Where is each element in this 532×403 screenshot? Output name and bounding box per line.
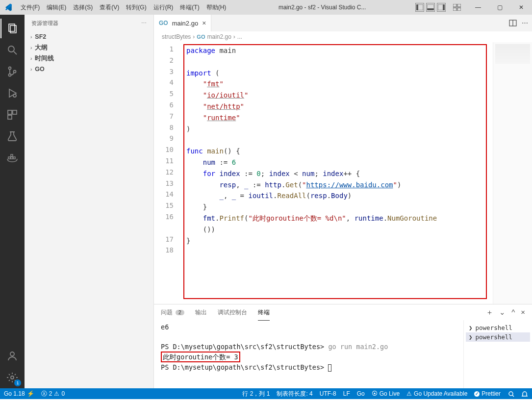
more-icon[interactable]: ⋯ [522, 19, 528, 27]
status-prettier[interactable]: ✓Prettier [474, 390, 501, 397]
run-debug-icon[interactable] [0, 82, 24, 104]
status-bar: Go 1.18 ⚡ ⓧ2 ⚠0 行 2，列 1 制表符长度: 4 UTF-8 L… [0, 388, 532, 399]
account-icon[interactable] [0, 345, 24, 367]
terminal-item[interactable]: ❯powershell [466, 323, 530, 332]
terminal[interactable]: e6 PS D:\mysetup\gopath\src\sf2\structBy… [154, 320, 463, 388]
settings-icon[interactable]: 1 [0, 367, 24, 388]
panel-tabs: 问题2 输出 调试控制台 终端 ＋ ⌄ ^ × [154, 304, 532, 320]
menu-help[interactable]: 帮助(H) [203, 2, 229, 13]
svg-point-14 [9, 67, 11, 70]
menu-run[interactable]: 运行(R) [151, 2, 177, 13]
status-bell-icon[interactable] [521, 390, 528, 397]
svg-rect-24 [13, 157, 15, 159]
docker-icon[interactable] [0, 147, 24, 169]
menu-select[interactable]: 选择(S) [70, 2, 96, 13]
section-label: GO [35, 66, 44, 73]
svg-marker-17 [9, 89, 16, 97]
status-tab-size[interactable]: 制表符长度: 4 [277, 390, 312, 398]
status-encoding[interactable]: UTF-8 [320, 390, 336, 397]
tab-terminal[interactable]: 终端 [258, 308, 270, 317]
tab-debug-console[interactable]: 调试控制台 [218, 308, 247, 317]
svg-point-12 [8, 46, 14, 52]
warn-icon: ⚠ [406, 390, 412, 397]
test-icon[interactable] [0, 126, 24, 147]
svg-point-15 [9, 74, 11, 76]
svg-line-31 [512, 395, 514, 397]
breadcrumb-item[interactable]: structBytes [162, 33, 191, 40]
breadcrumb-item[interactable]: main2.go [207, 33, 231, 40]
sidebar-section-sf2[interactable]: ›SF2 [25, 31, 153, 42]
layout-right-icon[interactable] [437, 3, 446, 12]
breadcrumb-item[interactable]: ... [237, 33, 242, 40]
tab-main2go[interactable]: GO main2.go × [154, 15, 211, 31]
layout-left-icon[interactable] [415, 3, 424, 12]
maximize-button[interactable]: ▢ [489, 0, 510, 15]
shell-icon: ❯ [469, 333, 473, 341]
window-title: main2.go - sf2 - Visual Studio C... [229, 4, 415, 11]
activity-bar: 1 [0, 15, 25, 388]
shell-icon: ❯ [469, 324, 473, 331]
svg-rect-5 [443, 4, 445, 10]
status-language[interactable]: Go [357, 390, 365, 397]
minimize-button[interactable]: ― [467, 0, 489, 15]
sep [448, 3, 451, 12]
error-icon: ⓧ [41, 390, 47, 398]
menu-file[interactable]: 文件(F) [18, 2, 43, 13]
status-errors[interactable]: ⓧ2 ⚠0 [41, 390, 65, 398]
go-file-icon: GO [197, 34, 205, 40]
code-content[interactable]: package main import ( "fmt" "io/ioutil" … [186, 45, 493, 257]
minimap[interactable] [493, 42, 532, 304]
close-button[interactable]: ✕ [510, 0, 532, 15]
source-control-icon[interactable] [0, 61, 24, 82]
cursor-icon [328, 364, 331, 372]
svg-rect-20 [13, 110, 17, 114]
sidebar-section-go[interactable]: ›GO [25, 64, 153, 75]
editor-area: GO main2.go × ⋯ structBytes › GO main2.g… [154, 15, 532, 388]
maximize-panel-icon[interactable]: ^ [511, 308, 515, 317]
status-go-update[interactable]: ⚠Go Update Available [406, 390, 467, 397]
tab-output[interactable]: 输出 [195, 308, 207, 317]
status-cursor-pos[interactable]: 行 2，列 1 [242, 390, 270, 398]
breadcrumb[interactable]: structBytes › GO main2.go › ... [154, 31, 532, 42]
tab-problems[interactable]: 问题2 [161, 308, 184, 317]
new-terminal-icon[interactable]: ＋ [486, 308, 493, 317]
sidebar-section-outline[interactable]: ›大纲 [25, 42, 153, 53]
menu-view[interactable]: 查看(V) [97, 2, 122, 13]
line-gutter: 12345678910111213141516 1718 [154, 42, 180, 257]
chevron-right-icon: › [30, 34, 32, 40]
menu-goto[interactable]: 转到(G) [123, 2, 149, 13]
extensions-icon[interactable] [0, 104, 24, 126]
status-eol[interactable]: LF [343, 390, 350, 397]
menu-terminal[interactable]: 终端(T) [177, 2, 202, 13]
status-go-live[interactable]: ⦿Go Live [372, 390, 400, 397]
close-panel-icon[interactable]: × [521, 308, 525, 317]
tab-label: main2.go [172, 20, 198, 27]
sidebar-section-timeline[interactable]: ›时间线 [25, 53, 153, 64]
chevron-right-icon: › [30, 67, 32, 72]
chevron-right-icon: › [193, 33, 195, 40]
status-feedback-icon[interactable] [507, 390, 514, 397]
layout-grid-icon[interactable] [453, 3, 461, 12]
explorer-icon[interactable] [0, 18, 24, 39]
status-go-version[interactable]: Go 1.18 ⚡ [4, 390, 34, 397]
svg-point-27 [11, 376, 14, 379]
close-icon[interactable]: × [202, 19, 206, 27]
prettier-icon: ✓ [474, 391, 480, 397]
more-icon[interactable]: ⋯ [141, 20, 147, 26]
section-label: SF2 [35, 33, 46, 40]
chevron-right-icon: › [30, 45, 32, 50]
chevron-right-icon: › [30, 56, 32, 61]
split-editor-icon[interactable] [509, 19, 517, 27]
svg-rect-3 [427, 8, 434, 10]
layout-bottom-icon[interactable] [426, 3, 435, 12]
code-editor[interactable]: 12345678910111213141516 1718 package mai… [154, 42, 493, 304]
dropdown-icon[interactable]: ⌄ [499, 308, 506, 317]
svg-rect-22 [8, 157, 10, 159]
panel: 问题2 输出 调试控制台 终端 ＋ ⌄ ^ × e6 PS D:\mysetup… [154, 304, 532, 388]
terminal-item[interactable]: ❯powershell [466, 332, 530, 342]
search-icon[interactable] [0, 39, 24, 61]
menu-edit[interactable]: 编辑(E) [44, 2, 69, 13]
warn-icon: ⚠ [54, 390, 59, 397]
editor-tabs: GO main2.go × ⋯ [154, 15, 532, 31]
highlighted-output: 此时goroutine个数= 3 [161, 352, 240, 362]
